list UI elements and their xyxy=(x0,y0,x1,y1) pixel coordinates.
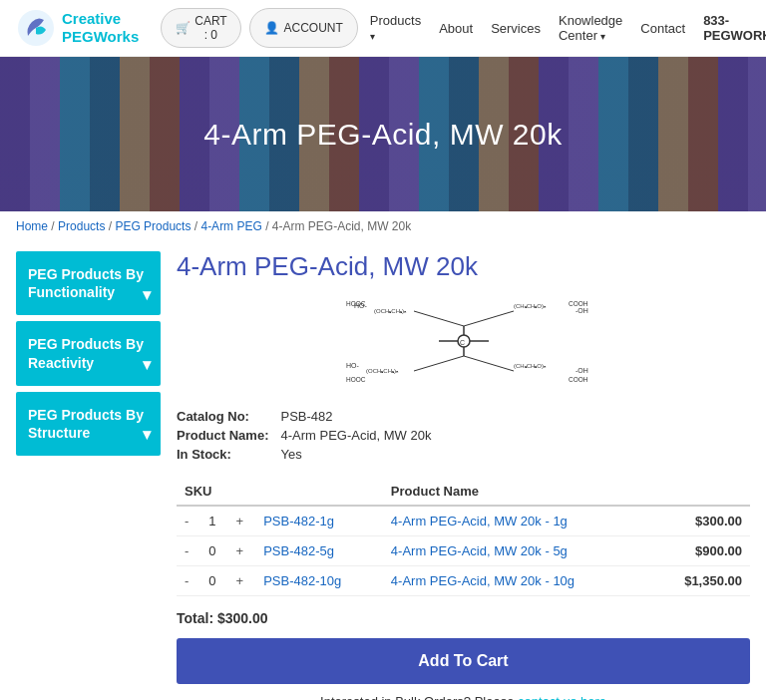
svg-text:-OH: -OH xyxy=(575,307,588,314)
product-name-value[interactable]: 4-Arm PEG-Acid, MW 20k - 10g xyxy=(383,566,651,596)
product-info: Catalog No: PSB-482 Product Name: 4-Arm … xyxy=(177,407,750,464)
price-value: $300.00 xyxy=(651,506,750,536)
sidebar-item-reactivity[interactable]: PEG Products By Reactivity xyxy=(16,321,161,385)
svg-text:C: C xyxy=(460,339,465,346)
breadcrumb-peg-products[interactable]: PEG Products xyxy=(115,219,191,233)
structure-diagram: HO- (OCH₂CH₂)ₙ (CH₂CH₂O)ₙ -OH HO- (OCH₂C… xyxy=(304,296,623,386)
total-row: Total: $300.00 xyxy=(177,610,750,626)
breadcrumb: Home / Products / PEG Products / 4-Arm P… xyxy=(0,211,766,241)
svg-line-9 xyxy=(414,356,464,371)
logo: Creative PEGWorks xyxy=(16,8,139,48)
svg-text:COOH: COOH xyxy=(569,376,588,383)
svg-text:HOOC: HOOC xyxy=(346,300,366,307)
nav-products[interactable]: Products xyxy=(370,13,421,43)
main-nav: Products About Services Knowledge Center… xyxy=(370,13,766,43)
catalog-no-label: Catalog No: xyxy=(177,407,280,426)
chemical-structure: HO- (OCH₂CH₂)ₙ (CH₂CH₂O)ₙ -OH HO- (OCH₂C… xyxy=(177,296,750,389)
qty-plus-btn[interactable]: + xyxy=(228,566,252,596)
sku-table: SKU Product Name - 1 + PSB-482-1g 4-Arm … xyxy=(177,478,750,596)
sku-value[interactable]: PSB-482-10g xyxy=(251,566,383,596)
price-value: $1,350.00 xyxy=(651,566,750,596)
account-button[interactable]: 👤 ACCOUNT xyxy=(249,8,357,48)
svg-line-3 xyxy=(414,311,464,326)
nav-about[interactable]: About xyxy=(439,21,473,36)
table-row: - 0 + PSB-482-10g 4-Arm PEG-Acid, MW 20k… xyxy=(177,566,750,596)
product-name-value[interactable]: 4-Arm PEG-Acid, MW 20k - 1g xyxy=(383,506,651,536)
header: Creative PEGWorks 🛒 CART : 0 👤 ACCOUNT P… xyxy=(0,0,766,57)
header-buttons: 🛒 CART : 0 👤 ACCOUNT xyxy=(161,8,358,48)
sku-col-header: SKU xyxy=(177,478,383,506)
qty-minus-btn[interactable]: - xyxy=(177,566,196,596)
svg-text:HO-: HO- xyxy=(346,362,360,369)
in-stock-label: In Stock: xyxy=(177,445,280,464)
product-name-label: Product Name: xyxy=(177,426,280,445)
sidebar: PEG Products By Functionality PEG Produc… xyxy=(16,251,161,700)
svg-text:-OH: -OH xyxy=(575,367,588,374)
svg-text:(OCH₂CH₂)ₙ: (OCH₂CH₂)ₙ xyxy=(374,308,407,314)
svg-line-6 xyxy=(464,311,514,326)
table-row: - 1 + PSB-482-1g 4-Arm PEG-Acid, MW 20k … xyxy=(177,506,750,536)
svg-text:(CH₂CH₂O)ₙ: (CH₂CH₂O)ₙ xyxy=(514,363,547,369)
bulk-order-text: Interested in Bulk Orders? Please contac… xyxy=(177,694,750,700)
svg-text:(OCH₂CH₂)ₙ: (OCH₂CH₂)ₙ xyxy=(366,368,399,374)
qty-plus-btn[interactable]: + xyxy=(228,536,252,566)
catalog-no-value: PSB-482 xyxy=(280,407,443,426)
main-layout: PEG Products By Functionality PEG Produc… xyxy=(0,241,766,700)
product-name-value: 4-Arm PEG-Acid, MW 20k xyxy=(280,426,443,445)
svg-text:COOH: COOH xyxy=(569,300,588,307)
sku-value[interactable]: PSB-482-5g xyxy=(251,536,383,566)
qty-minus-btn[interactable]: - xyxy=(177,506,196,536)
qty-value: 0 xyxy=(196,536,227,566)
phone-number: 833-PEGWORK xyxy=(703,13,766,43)
sku-value[interactable]: PSB-482-1g xyxy=(251,506,383,536)
nav-services[interactable]: Services xyxy=(491,21,541,36)
product-content: 4-Arm PEG-Acid, MW 20k HO- (OCH₂CH₂)ₙ (C… xyxy=(177,251,750,700)
sidebar-item-structure[interactable]: PEG Products By Structure xyxy=(16,392,161,456)
breadcrumb-home[interactable]: Home xyxy=(16,219,48,233)
breadcrumb-products[interactable]: Products xyxy=(58,219,105,233)
cart-button[interactable]: 🛒 CART : 0 xyxy=(161,8,241,48)
logo-icon xyxy=(16,8,56,48)
product-name-col-header: Product Name xyxy=(383,478,651,506)
logo-text: Creative PEGWorks xyxy=(62,10,139,46)
breadcrumb-4arm-peg[interactable]: 4-Arm PEG xyxy=(200,219,261,233)
product-name-value[interactable]: 4-Arm PEG-Acid, MW 20k - 5g xyxy=(383,536,651,566)
nav-contact[interactable]: Contact xyxy=(640,21,685,36)
in-stock-value: Yes xyxy=(280,445,443,464)
qty-value: 0 xyxy=(196,566,227,596)
hero-title: 4-Arm PEG-Acid, MW 20k xyxy=(203,118,562,152)
qty-plus-btn[interactable]: + xyxy=(228,506,252,536)
qty-value: 1 xyxy=(196,506,227,536)
price-value: $900.00 xyxy=(651,536,750,566)
sidebar-item-functionality[interactable]: PEG Products By Functionality xyxy=(16,251,161,315)
svg-text:HOOC: HOOC xyxy=(346,376,366,383)
contact-us-link[interactable]: contact us here xyxy=(518,694,606,700)
add-to-cart-button[interactable]: Add To Cart xyxy=(177,638,750,684)
svg-line-12 xyxy=(464,356,514,371)
nav-knowledge-center[interactable]: Knowledge Center xyxy=(559,13,622,43)
table-row: - 0 + PSB-482-5g 4-Arm PEG-Acid, MW 20k … xyxy=(177,536,750,566)
qty-minus-btn[interactable]: - xyxy=(177,536,196,566)
product-title: 4-Arm PEG-Acid, MW 20k xyxy=(177,251,750,282)
svg-text:(CH₂CH₂O)ₙ: (CH₂CH₂O)ₙ xyxy=(514,303,547,309)
hero-banner: 4-Arm PEG-Acid, MW 20k xyxy=(0,57,766,211)
price-col-header xyxy=(651,478,750,506)
breadcrumb-current: 4-Arm PEG-Acid, MW 20k xyxy=(272,219,411,233)
